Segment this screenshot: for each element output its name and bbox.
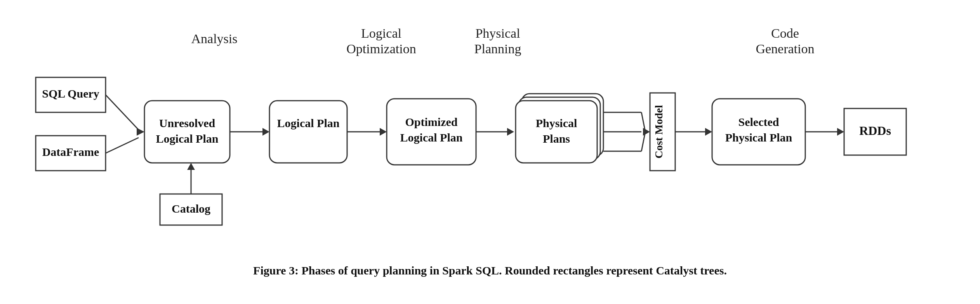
unresolved-label-1: Unresolved bbox=[159, 117, 215, 129]
physical-plans-label-2: Plans bbox=[543, 132, 570, 145]
sql-arrow bbox=[106, 95, 139, 130]
selected-label-1: Selected bbox=[738, 115, 779, 128]
phase-label-physical-plan: Physical bbox=[475, 27, 520, 40]
arrow-selected-to-rdds-head bbox=[837, 128, 844, 136]
cost-model-label: Cost Model bbox=[653, 105, 665, 159]
phase-label-analysis: Analysis bbox=[191, 31, 238, 46]
phase-label-codegen: Code bbox=[771, 27, 799, 40]
phase-label-logical-opt-2: Optimization bbox=[346, 42, 416, 56]
rdds-label: RDDs bbox=[859, 124, 891, 138]
arrow-cost-to-selected-head bbox=[705, 128, 712, 136]
diagram-svg: Analysis Logical Optimization Physical P… bbox=[24, 27, 956, 260]
phase-label-codegen-2: Generation bbox=[756, 42, 814, 56]
arrow-logical-to-opt-head bbox=[380, 128, 387, 136]
df-arrow bbox=[106, 138, 139, 153]
sql-query-label: SQL Query bbox=[42, 87, 99, 100]
unresolved-label-2: Logical Plan bbox=[156, 132, 219, 145]
dataframe-label: DataFrame bbox=[42, 145, 99, 158]
arrow-opt-to-phys-head bbox=[507, 128, 514, 136]
figure-caption: Figure 3: Phases of query planning in Sp… bbox=[253, 264, 727, 277]
arrow-unres-to-logical-head bbox=[262, 128, 269, 136]
phase-label-logical-opt: Logical bbox=[361, 27, 401, 40]
optimized-label-1: Optimized bbox=[405, 115, 458, 128]
phase-label-physical-plan-2: Planning bbox=[474, 42, 521, 56]
catalog-label: Catalog bbox=[172, 202, 210, 215]
selected-label-2: Physical Plan bbox=[725, 131, 792, 144]
diagram-wrapper: Analysis Logical Optimization Physical P… bbox=[0, 19, 980, 285]
merge-arrowhead bbox=[137, 128, 144, 136]
catalog-arrowhead bbox=[187, 163, 195, 170]
logical-plan-box bbox=[269, 101, 347, 163]
logical-plan-label-1: Logical Plan bbox=[277, 117, 340, 129]
optimized-label-2: Logical Plan bbox=[400, 131, 463, 144]
unresolved-box bbox=[144, 101, 230, 163]
physical-plans-label-1: Physical bbox=[536, 117, 577, 129]
fan-arrowhead bbox=[643, 128, 650, 136]
physical-plans-front bbox=[516, 101, 597, 163]
